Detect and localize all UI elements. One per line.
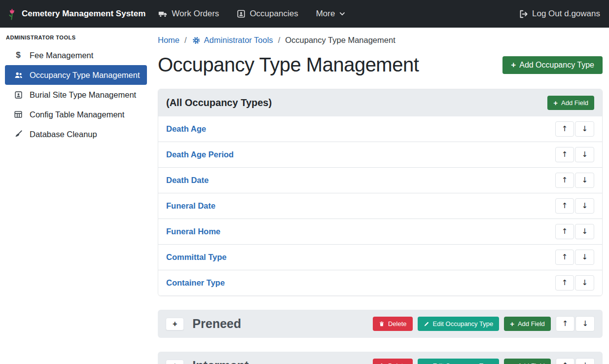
app-brand[interactable]: Cemetery Management System bbox=[6, 7, 145, 20]
all-occupancy-types-card: (All Occupancy Types) + Add Field Death … bbox=[158, 89, 603, 296]
nav-occupancies-label: Occupancies bbox=[250, 9, 298, 19]
down-arrow-icon: ↓ bbox=[581, 253, 588, 261]
move-down-button[interactable]: ↓ bbox=[575, 358, 595, 364]
move-up-button[interactable]: ↑ bbox=[555, 147, 574, 162]
move-down-button[interactable]: ↓ bbox=[575, 275, 594, 291]
reorder-controls: ↑ ↓ bbox=[555, 275, 594, 291]
breadcrumb-home-link[interactable]: Home bbox=[158, 36, 179, 45]
reorder-controls: ↑ ↓ bbox=[555, 250, 594, 265]
move-up-button[interactable]: ↑ bbox=[555, 121, 574, 137]
move-up-button[interactable]: ↑ bbox=[556, 358, 575, 364]
field-link-container-type[interactable]: Container Type bbox=[166, 278, 225, 288]
move-up-button[interactable]: ↑ bbox=[555, 224, 574, 239]
move-down-button[interactable]: ↓ bbox=[575, 147, 594, 162]
app-title: Cemetery Management System bbox=[22, 9, 145, 19]
move-up-button[interactable]: ↑ bbox=[555, 198, 574, 214]
navbar-right: Log Out d.gowans bbox=[519, 9, 600, 19]
logout-label: Log Out d.gowans bbox=[532, 9, 600, 19]
up-arrow-icon: ↑ bbox=[562, 227, 568, 236]
add-occupancy-type-button[interactable]: + Add Occupancy Type bbox=[502, 56, 603, 74]
down-arrow-icon: ↓ bbox=[581, 227, 588, 236]
sidebar-item-burial-site-type-management[interactable]: Burial Site Type Management bbox=[5, 85, 147, 105]
move-up-button[interactable]: ↑ bbox=[556, 316, 575, 331]
nav-more[interactable]: More bbox=[316, 9, 346, 19]
down-arrow-icon: ↓ bbox=[582, 319, 588, 328]
down-arrow-icon: ↓ bbox=[581, 278, 588, 287]
up-arrow-icon: ↑ bbox=[562, 176, 568, 184]
field-link-funeral-home[interactable]: Funeral Home bbox=[166, 227, 220, 236]
expand-button[interactable]: + bbox=[166, 360, 184, 364]
move-up-button[interactable]: ↑ bbox=[555, 250, 574, 265]
field-row: Funeral Date ↑ ↓ bbox=[158, 193, 602, 219]
breadcrumb-separator: / bbox=[184, 36, 187, 45]
delete-label: Delete bbox=[388, 320, 407, 328]
logout-link[interactable]: Log Out d.gowans bbox=[519, 9, 600, 19]
sidebar-item-fee-management[interactable]: $ Fee Management bbox=[5, 45, 147, 65]
up-arrow-icon: ↑ bbox=[562, 319, 569, 328]
nav-work-orders-label: Work Orders bbox=[172, 9, 219, 19]
sidebar-item-database-cleanup[interactable]: Database Cleanup bbox=[5, 124, 147, 144]
sidebar: Administrator Tools $ Fee Management Occ… bbox=[0, 28, 152, 364]
field-link-committal-type[interactable]: Committal Type bbox=[166, 253, 227, 262]
add-field-button[interactable]: + Add Field bbox=[504, 359, 551, 364]
move-down-button[interactable]: ↓ bbox=[575, 173, 594, 188]
up-arrow-icon: ↑ bbox=[562, 253, 568, 261]
truck-icon bbox=[158, 9, 168, 19]
field-link-death-age-period[interactable]: Death Age Period bbox=[166, 150, 234, 159]
nav-occupancies[interactable]: Occupancies bbox=[237, 9, 298, 19]
sidebar-item-label: Config Table Management bbox=[30, 110, 124, 119]
field-row: Death Date ↑ ↓ bbox=[158, 168, 602, 193]
field-link-funeral-date[interactable]: Funeral Date bbox=[166, 201, 215, 211]
occupancy-type-section-preneed: + Preneed Delete bbox=[158, 310, 603, 338]
add-field-label: Add Field bbox=[518, 320, 545, 328]
section-actions: Delete Edit Occupancy Type + Add Field ↑ bbox=[373, 316, 595, 331]
breadcrumb-admin-tools-link[interactable]: Administrator Tools bbox=[192, 36, 273, 45]
nav-work-orders[interactable]: Work Orders bbox=[158, 9, 219, 19]
field-row: Death Age ↑ ↓ bbox=[158, 116, 602, 142]
reorder-controls: ↑ ↓ bbox=[556, 358, 595, 364]
occupancy-type-section-interment: + Interment Delete bbox=[158, 352, 603, 364]
sidebar-item-occupancy-type-management[interactable]: Occupancy Type Management bbox=[5, 65, 147, 85]
add-field-button[interactable]: + Add Field bbox=[547, 96, 594, 110]
id-badge-icon bbox=[12, 91, 25, 99]
edit-occupancy-type-button[interactable]: Edit Occupancy Type bbox=[418, 317, 500, 331]
sidebar-item-config-table-management[interactable]: Config Table Management bbox=[5, 105, 147, 124]
reorder-controls: ↑ ↓ bbox=[555, 121, 594, 137]
plus-icon: + bbox=[173, 320, 177, 328]
breadcrumb: Home / Administrator Tools / Occupancy T… bbox=[158, 33, 603, 45]
move-down-button[interactable]: ↓ bbox=[575, 316, 595, 331]
move-up-button[interactable]: ↑ bbox=[555, 173, 574, 188]
reorder-controls: ↑ ↓ bbox=[555, 224, 594, 239]
move-down-button[interactable]: ↓ bbox=[575, 250, 594, 265]
field-link-death-age[interactable]: Death Age bbox=[166, 124, 206, 134]
delete-button[interactable]: Delete bbox=[373, 317, 413, 331]
dollar-icon: $ bbox=[12, 50, 25, 60]
table-icon bbox=[12, 110, 25, 119]
page-title: Occupancy Type Management bbox=[158, 54, 419, 76]
id-badge-icon bbox=[237, 9, 246, 18]
breadcrumb-home-label: Home bbox=[158, 36, 179, 45]
move-down-button[interactable]: ↓ bbox=[575, 224, 594, 239]
move-down-button[interactable]: ↓ bbox=[575, 121, 594, 137]
edit-occupancy-type-label: Edit Occupancy Type bbox=[433, 362, 494, 364]
sidebar-item-label: Fee Management bbox=[30, 51, 93, 60]
down-arrow-icon: ↓ bbox=[581, 124, 588, 133]
down-arrow-icon: ↓ bbox=[582, 361, 588, 364]
section-title: Preneed bbox=[192, 317, 241, 331]
delete-button[interactable]: Delete bbox=[373, 359, 413, 364]
add-field-button[interactable]: + Add Field bbox=[504, 317, 551, 331]
expand-button[interactable]: + bbox=[166, 318, 184, 330]
field-link-death-date[interactable]: Death Date bbox=[166, 176, 209, 185]
up-arrow-icon: ↑ bbox=[562, 278, 568, 287]
breadcrumb-admin-tools-label: Administrator Tools bbox=[204, 36, 273, 45]
field-row: Death Age Period ↑ ↓ bbox=[158, 142, 602, 168]
up-arrow-icon: ↑ bbox=[562, 201, 568, 210]
move-up-button[interactable]: ↑ bbox=[555, 275, 574, 291]
trash-icon bbox=[379, 321, 385, 327]
move-down-button[interactable]: ↓ bbox=[575, 198, 594, 214]
down-arrow-icon: ↓ bbox=[581, 176, 588, 184]
add-field-label: Add Field bbox=[561, 99, 588, 107]
edit-occupancy-type-button[interactable]: Edit Occupancy Type bbox=[418, 359, 500, 364]
plus-icon: + bbox=[510, 320, 514, 328]
users-icon bbox=[12, 71, 25, 79]
